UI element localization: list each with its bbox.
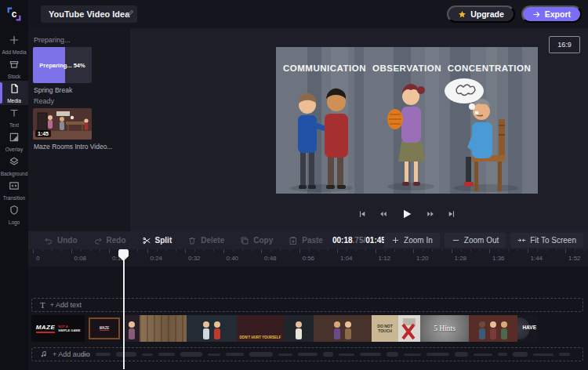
project-title-text: YouTube Video Idea	[49, 9, 129, 19]
waveform-blob	[226, 353, 244, 357]
waveform-blob	[158, 353, 175, 357]
redo-button[interactable]: Redo	[87, 234, 132, 248]
timeline-clip-11[interactable]	[469, 315, 517, 342]
ruler-tick	[328, 249, 328, 252]
audio-waveform-preview	[81, 352, 573, 357]
ruler-tick	[289, 249, 290, 252]
ruler-tick	[565, 249, 566, 253]
timeline-clip-12[interactable]: HAVE	[517, 315, 538, 342]
ruler-tick	[204, 249, 205, 252]
ready-section-label: Ready	[34, 97, 130, 105]
timeline-toolbar: UndoRedoSplitDeleteCopyPaste 00:18.75 / …	[28, 231, 588, 249]
export-label: Export	[545, 9, 571, 19]
ruler-tick	[100, 249, 100, 252]
copy-button[interactable]: Copy	[234, 234, 279, 248]
fit-icon	[517, 236, 526, 245]
project-title[interactable]: YouTube Video Idea	[41, 5, 137, 23]
ruler-tick	[385, 249, 386, 252]
sidebar-item-label: Logo	[9, 219, 20, 225]
app-logo[interactable]: c	[0, 0, 28, 28]
redo-icon	[93, 236, 103, 245]
waveform-blob	[208, 354, 220, 356]
waveform-blob	[426, 353, 449, 357]
forward-button[interactable]	[425, 209, 436, 219]
sidebar-item-text[interactable]: Text	[0, 105, 28, 129]
play-button[interactable]	[399, 206, 415, 222]
timeline-clip-6[interactable]: DON'T HURT YOURSELF	[237, 315, 284, 342]
sidebar-item-stock[interactable]: Stock	[0, 56, 28, 81]
waveform-blob	[533, 354, 554, 356]
timeline-clip-4[interactable]	[140, 315, 187, 342]
timeline-clip-1[interactable]: MAZENOT ASIMPLE GAME	[31, 315, 85, 342]
rename-pencil-icon[interactable]	[125, 9, 135, 18]
skip-start-button[interactable]	[357, 209, 368, 219]
zoom-buttons-group: Zoom InZoom OutFit To Screen	[384, 233, 583, 248]
copy-icon	[240, 236, 249, 245]
timeline-clip-9[interactable]: DO NOT TOUCH	[372, 315, 420, 342]
ruler-label: 0	[36, 255, 39, 262]
timeline-clip-7[interactable]	[284, 315, 314, 342]
star-icon	[458, 10, 466, 19]
duration-badge: 1:45	[35, 130, 51, 137]
rewind-button[interactable]	[378, 209, 389, 219]
timeline-clip-10[interactable]: 5 Hints	[420, 315, 469, 342]
waveform-blob	[278, 354, 292, 356]
waveform-blob	[513, 352, 528, 357]
waveform-blob	[249, 352, 273, 357]
playhead-line	[123, 249, 125, 369]
zoom-out-icon	[452, 236, 460, 245]
add-media-icon	[9, 34, 20, 49]
timeline-ruler[interactable]: 00:080:160:240:320:400:480:561:041:121:2…	[28, 249, 588, 267]
timeline-clip-2[interactable]: MAZE	[85, 315, 124, 342]
sidebar-item-transition[interactable]: Transition	[0, 178, 28, 202]
waveform-blob	[474, 354, 492, 356]
undo-button[interactable]: Undo	[38, 234, 84, 248]
ruler-tick	[52, 249, 53, 252]
upgrade-button[interactable]: Upgrade	[447, 5, 515, 23]
waveform-blob	[455, 352, 468, 357]
caption-observation: OBSERVATION	[372, 63, 441, 73]
sidebar-item-logo[interactable]: Logo	[0, 202, 28, 227]
caption-communication: COMMUNICATION	[283, 63, 366, 73]
sidebar-item-background[interactable]: Background	[0, 154, 28, 178]
ruler-tick	[270, 249, 271, 252]
video-preview[interactable]: COMMUNICATION OBSERVATION CONCENTRATION	[276, 47, 538, 194]
ruler-tick	[157, 249, 158, 252]
ruler-tick	[318, 249, 319, 252]
add-audio-track[interactable]: + Add audio	[31, 347, 583, 361]
ruler-tick	[423, 249, 423, 252]
video-editor-app: c YouTube Video Idea Upgrade Export Add …	[0, 0, 588, 370]
fit-button[interactable]: Fit To Screen	[510, 233, 583, 248]
waveform-blob	[360, 353, 381, 357]
timeline-clip-3[interactable]	[124, 315, 140, 342]
ruler-tick	[81, 249, 82, 252]
export-button[interactable]: Export	[521, 5, 582, 23]
timeline-clip-8[interactable]	[314, 315, 372, 342]
upload-progress-tile[interactable]: Preparing... 54%	[33, 47, 92, 83]
background-icon	[9, 156, 20, 170]
sidebar-item-overlay[interactable]: Overlay	[0, 129, 28, 154]
ruler-label: 1:04	[340, 255, 353, 262]
split-button[interactable]: Split	[136, 234, 179, 248]
media-panel: Preparing... Preparing... 54% Spring Bre…	[28, 28, 130, 231]
clipchamp-logo-icon: c	[5, 5, 23, 23]
caption-concentration: CONCENTRATION	[448, 63, 532, 73]
sidebar-item-add-media[interactable]: Add Media	[0, 32, 28, 56]
timeline-clip-5[interactable]	[187, 315, 237, 342]
ruler-tick	[537, 249, 538, 252]
zoom-in-button[interactable]: Zoom In	[384, 233, 440, 248]
paste-button[interactable]: Paste	[282, 234, 329, 248]
ruler-label: 0:32	[188, 255, 201, 262]
zoom-out-button[interactable]: Zoom Out	[445, 233, 506, 248]
current-time: 00:18	[332, 236, 353, 245]
ruler-tick	[185, 249, 186, 253]
add-text-track[interactable]: T + Add text	[31, 298, 583, 312]
skip-end-button[interactable]	[446, 209, 457, 219]
ruler-label: 1:36	[492, 255, 505, 262]
ruler-tick	[213, 249, 214, 252]
aspect-ratio-badge[interactable]: 16:9	[549, 36, 580, 53]
ruler-tick	[42, 249, 43, 252]
media-item-thumbnail[interactable]: 1:45	[33, 108, 92, 140]
delete-button[interactable]: Delete	[181, 234, 230, 248]
sidebar-item-media[interactable]: Media	[0, 81, 28, 105]
